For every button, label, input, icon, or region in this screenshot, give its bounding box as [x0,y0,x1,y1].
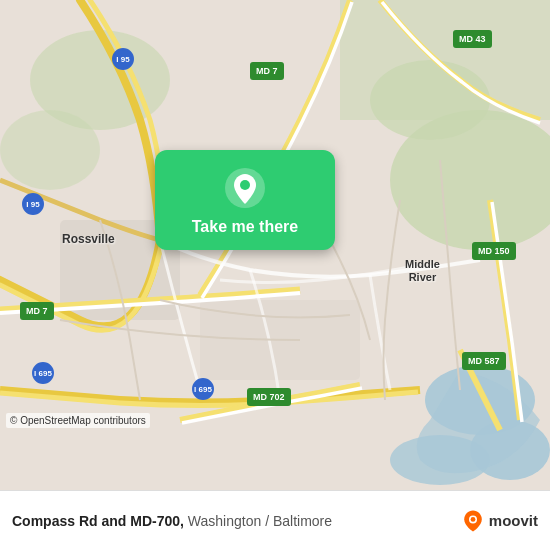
moovit-pin-icon [461,509,485,533]
place-label-middle-river: MiddleRiver [405,258,440,284]
osm-attribution: © OpenStreetMap contributors [6,413,150,428]
road-label-md43: MD 43 [453,30,492,48]
moovit-logo: moovit [461,509,538,533]
location-name: Compass Rd and MD-700, Washington / Balt… [12,513,451,529]
road-label-md7-north: MD 7 [250,62,284,80]
road-label-i95-north: I 95 [112,48,134,70]
road-label-i95-south: I 95 [22,193,44,215]
map-container: I 95 I 95 I 695 I 695 MD 7 MD 7 MD 43 MD… [0,0,550,490]
bottom-bar: Compass Rd and MD-700, Washington / Balt… [0,490,550,550]
road-label-md7-west: MD 7 [20,302,54,320]
moovit-label: moovit [489,512,538,529]
location-info: Compass Rd and MD-700, Washington / Balt… [12,513,451,529]
location-pin-icon [223,166,267,210]
take-me-there-label: Take me there [192,218,298,236]
place-label-rossville: Rossville [62,232,115,246]
svg-point-12 [240,180,250,190]
svg-point-5 [0,110,100,190]
road-label-i695-east: I 695 [192,378,214,400]
svg-point-14 [470,517,475,522]
road-label-i695-west: I 695 [32,362,54,384]
location-name-text: Compass Rd and MD-700, [12,513,184,529]
road-label-md702: MD 702 [247,388,291,406]
location-region-inline: Washington / Baltimore [188,513,332,529]
road-label-md587: MD 587 [462,352,506,370]
svg-rect-3 [340,0,550,120]
road-label-md150: MD 150 [472,242,516,260]
take-me-there-button[interactable]: Take me there [155,150,335,250]
